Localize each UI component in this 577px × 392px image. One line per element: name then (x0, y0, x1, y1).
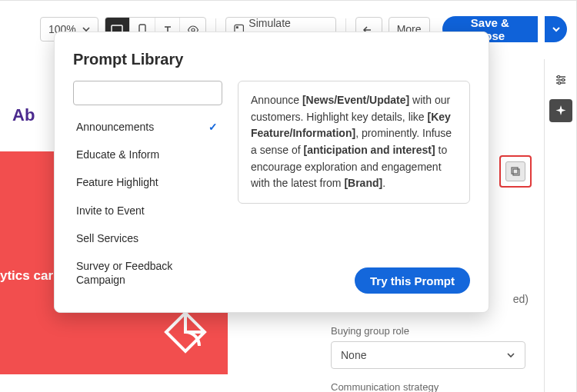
prompt-item-survey[interactable]: Survey or Feedback Campaign (73, 252, 222, 294)
svg-rect-5 (236, 26, 238, 28)
chevron-down-icon (552, 25, 561, 34)
sparkle-icon (555, 105, 567, 117)
prompt-item-feature-highlight[interactable]: Feature Highlight (73, 168, 222, 196)
check-icon: ✓ (208, 120, 218, 134)
prompt-item-educate[interactable]: Educate & Inform (73, 141, 222, 168)
prompt-item-label: Feature Highlight (76, 175, 158, 189)
page-heading-fragment: Ab (12, 105, 35, 125)
buying-group-select[interactable]: None (331, 341, 525, 369)
prompt-item-label: Sell Services (76, 231, 138, 245)
svg-point-7 (562, 78, 564, 81)
prompt-item-invite-event[interactable]: Invite to Event (73, 197, 222, 224)
prompt-item-announcements[interactable]: Announcements ✓ (73, 113, 222, 141)
sliders-icon (554, 73, 568, 87)
hero-text-fragment: ytics car (0, 268, 53, 284)
prompt-library-modal: Prompt Library Announcements ✓ Educate &… (54, 32, 489, 313)
svg-point-6 (557, 75, 559, 78)
prompt-item-label: Educate & Inform (76, 148, 159, 161)
save-close-dropdown[interactable] (545, 16, 567, 42)
prompt-item-label: Survey or Feedback Campaign (76, 259, 218, 287)
prompt-item-label: Announcements (76, 120, 154, 134)
settings-rail-button[interactable] (549, 68, 572, 91)
prompt-item-label: Invite to Event (76, 204, 145, 218)
comm-strategy-label: Communication strategy (331, 381, 525, 392)
buying-group-value: None (341, 349, 366, 361)
component-placeholder[interactable] (499, 155, 532, 188)
prompt-search-input[interactable] (85, 87, 219, 99)
svg-rect-9 (512, 168, 518, 174)
prompt-preview: Announce [News/Event/Update] with our cu… (238, 81, 470, 204)
svg-rect-10 (513, 169, 519, 175)
prompt-search-box[interactable] (73, 81, 222, 105)
copy-icon (510, 166, 521, 177)
chevron-down-icon (506, 350, 515, 360)
modal-title: Prompt Library (73, 51, 470, 68)
try-prompt-button[interactable]: Try this Prompt (355, 267, 470, 294)
right-rail (544, 59, 576, 392)
prompt-list: Announcements ✓ Educate & Inform Feature… (73, 113, 222, 294)
buying-group-label: Buying group role (331, 325, 525, 337)
svg-point-8 (558, 81, 560, 84)
decorative-logo-icon (158, 305, 212, 359)
truncated-label: ed) (513, 293, 529, 305)
try-prompt-label: Try this Prompt (370, 274, 455, 287)
ai-rail-button[interactable] (549, 99, 572, 122)
prompt-item-sell-services[interactable]: Sell Services (73, 224, 222, 252)
